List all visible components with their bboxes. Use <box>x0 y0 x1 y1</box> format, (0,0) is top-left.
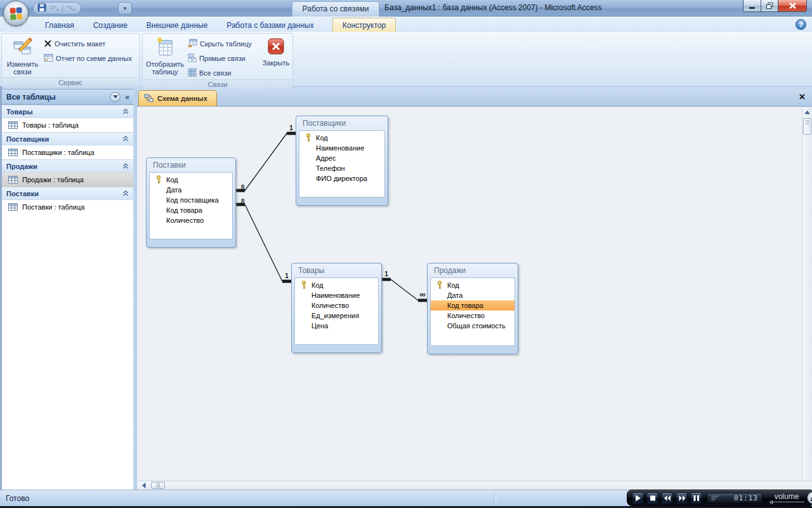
tab-4[interactable]: Работа с базами данных <box>217 18 323 32</box>
chevron-up-icon[interactable] <box>122 163 129 169</box>
qat-customize-button[interactable]: ▾ <box>118 2 132 15</box>
office-logo-icon <box>10 7 22 20</box>
field-row[interactable]: Количество <box>431 311 514 321</box>
save-icon[interactable] <box>37 3 46 13</box>
relationships-tab-label: Схема данных <box>157 95 207 102</box>
relation-report-label: Отчет по схеме данных <box>56 55 132 62</box>
office-button[interactable] <box>3 1 29 26</box>
scroll-up-icon[interactable] <box>803 108 811 117</box>
pause-button[interactable] <box>690 492 702 504</box>
eject-button[interactable] <box>807 491 812 504</box>
media-player-overlay: 01:13 volume <box>627 490 812 506</box>
redo-icon[interactable]: ↷▾ <box>66 4 75 13</box>
stop-button[interactable] <box>646 492 658 504</box>
show-table-button[interactable]: Отобразить таблицу <box>145 35 185 77</box>
restore-button[interactable] <box>761 0 778 12</box>
sidebar-group-Поставки[interactable]: Поставки <box>2 187 133 200</box>
eject-icon <box>809 495 812 502</box>
rewind-button[interactable] <box>661 492 673 504</box>
navigation-dropdown-icon[interactable] <box>110 92 121 102</box>
field-row[interactable]: Код поставщика <box>150 195 232 205</box>
field-row[interactable]: Телефон <box>299 163 384 173</box>
edit-relations-button[interactable]: Изменить связи <box>4 35 41 77</box>
ribbon-group-relations: Отобразить таблицу Скрыть таблицу Прямые… <box>142 33 293 86</box>
tab-relationships-document[interactable]: Схема данных <box>138 90 217 106</box>
quick-access-toolbar: ↶▾ ↷▾ <box>33 2 81 15</box>
svg-text:1: 1 <box>384 271 388 277</box>
field-row[interactable]: Количество <box>295 300 378 311</box>
field-row[interactable]: Ед_измерения <box>295 311 378 321</box>
sidebar-group-Товары[interactable]: Товары <box>2 105 133 118</box>
relationships-canvas[interactable]: ∞1∞11∞ ПоставкиКодДатаКод поставщикаКод … <box>137 107 802 481</box>
direct-relations-button[interactable]: Прямые связи <box>186 52 254 65</box>
field-row[interactable]: Код товара <box>150 205 232 215</box>
field-row[interactable]: Код <box>295 280 378 290</box>
field-row[interactable]: Дата <box>150 185 232 195</box>
close-window-button[interactable] <box>778 0 807 12</box>
horizontal-scrollbar[interactable] <box>137 481 812 490</box>
field-row[interactable]: Количество <box>150 215 232 225</box>
minimize-button[interactable] <box>743 0 761 12</box>
help-icon[interactable]: ? <box>796 19 806 30</box>
all-relations-button[interactable]: Все связи <box>186 67 254 79</box>
field-row[interactable]: Дата <box>431 290 514 300</box>
horizontal-scroll-thumb[interactable] <box>151 482 165 489</box>
diagram-table-Продажи[interactable]: ПродажиКодДатаКод товараКоличествоОбщая … <box>427 263 518 354</box>
field-row[interactable]: ФИО директора <box>299 173 384 184</box>
close-relations-icon <box>266 37 285 57</box>
field-row[interactable]: Код товара <box>431 300 514 311</box>
diagram-table-Товары[interactable]: ТоварыКодНаименованиеКоличествоЕд_измере… <box>291 263 382 353</box>
diagram-table-Поставщики[interactable]: ПоставщикиКодНаименованиеАдресТелефонФИО… <box>296 116 388 206</box>
volume-handle-icon[interactable] <box>769 500 773 504</box>
fast-forward-button[interactable] <box>676 492 688 504</box>
chevron-up-icon[interactable] <box>122 190 129 196</box>
chevron-up-icon[interactable] <box>122 136 129 142</box>
sidebar-group-label: Поставщики <box>6 135 49 143</box>
field-row[interactable]: Адрес <box>299 153 384 163</box>
field-row[interactable]: Наименование <box>299 143 384 153</box>
hide-table-button[interactable]: Скрыть таблицу <box>186 37 254 50</box>
sidebar-item[interactable]: Продажи : таблица <box>2 173 133 187</box>
sidebar-group-Поставщики[interactable]: Поставщики <box>2 132 133 145</box>
diagram-table-fields: КодДатаКод товараКоличествоОбщая стоимос… <box>430 277 515 346</box>
clear-layout-button[interactable]: Очистить макет <box>42 37 134 50</box>
sidebar-item[interactable]: Поставки : таблица <box>2 200 133 214</box>
field-row[interactable]: Код <box>299 133 384 143</box>
close-document-icon[interactable]: ✕ <box>799 93 806 101</box>
volume-slider[interactable] <box>769 500 804 504</box>
vertical-scroll-thumb[interactable] <box>803 118 811 135</box>
tab-3[interactable]: Внешние данные <box>137 18 218 32</box>
scroll-left-icon[interactable] <box>140 482 148 489</box>
diagram-table-Поставки[interactable]: ПоставкиКодДатаКод поставщикаКод товараК… <box>146 157 236 248</box>
relation-report-button[interactable]: Отчет по схеме данных <box>42 52 134 65</box>
ribbon: Изменить связи Очистить макет Отчет по с… <box>0 32 812 86</box>
document-tab-bar: Схема данных ✕ <box>137 89 812 107</box>
field-row[interactable]: Код <box>431 280 514 290</box>
sidebar-item-label: Поставки : таблица <box>22 203 84 211</box>
tab-constructor[interactable]: Конструктор <box>332 18 396 32</box>
sidebar-group-Продажи[interactable]: Продажи <box>2 159 133 173</box>
close-relations-button[interactable]: Закрыть <box>261 35 291 69</box>
field-row[interactable]: Наименование <box>295 290 378 300</box>
relationships-tab-icon <box>144 94 154 104</box>
field-row[interactable]: Общая стоимость <box>431 321 514 331</box>
sidebar-item[interactable]: Товары : таблица <box>2 118 133 132</box>
pause-icon <box>691 493 702 504</box>
play-icon <box>632 493 643 504</box>
tab-1[interactable]: Главная <box>36 18 84 32</box>
collapse-pane-icon[interactable]: « <box>124 93 131 102</box>
vertical-scrollbar[interactable] <box>802 107 812 481</box>
navigation-pane-header[interactable]: Все таблицы « <box>2 90 133 105</box>
clear-layout-icon <box>44 39 52 49</box>
field-row[interactable]: Код <box>150 175 232 185</box>
undo-icon[interactable]: ↶▾ <box>49 4 59 13</box>
rewind-icon <box>662 493 672 504</box>
sidebar-item[interactable]: Поставщики : таблица <box>2 145 133 159</box>
svg-text:∞: ∞ <box>419 290 425 299</box>
field-row[interactable]: Цена <box>295 321 378 331</box>
all-relations-icon <box>188 68 197 78</box>
stop-icon <box>647 493 658 504</box>
chevron-up-icon[interactable] <box>122 109 129 114</box>
tab-2[interactable]: Создание <box>84 18 137 32</box>
play-button[interactable] <box>632 492 644 504</box>
